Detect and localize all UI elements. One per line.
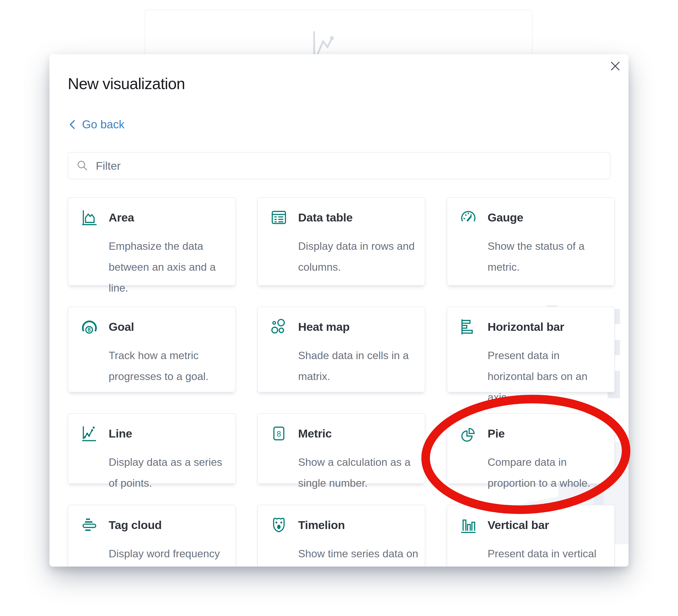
vis-card-timelion[interactable]: Timelion Show time series data on a grap…	[257, 505, 425, 567]
go-back-link[interactable]: Go back	[68, 118, 124, 131]
vis-card-title: Timelion	[298, 518, 345, 532]
vis-card-description: Show the status of a metric.	[488, 236, 609, 278]
vis-card-description: Present data in horizontal bars on an ax…	[488, 345, 609, 408]
vis-card-goal[interactable]: Goal Track how a metric progresses to a …	[68, 307, 236, 392]
vis-card-description: Show a calculation as a single number.	[298, 452, 419, 494]
vis-card-data-table[interactable]: Data table Display data in rows and colu…	[257, 197, 425, 286]
horizontal-bar-icon	[459, 318, 477, 336]
vis-card-description: Show time series data on a graph.	[298, 543, 419, 567]
vis-card-line[interactable]: Line Display data as a series of points.	[68, 413, 236, 484]
vis-card-description: Emphasize the data between an axis and a…	[109, 236, 230, 299]
vis-card-description: Display data as a series of points.	[109, 452, 230, 494]
chevron-left-icon	[68, 120, 76, 129]
vis-card-pie[interactable]: Pie Compare data in proportion to a whol…	[447, 413, 615, 484]
vertical-bar-icon	[459, 516, 477, 534]
vis-card-title: Gauge	[488, 211, 523, 224]
vis-card-description: Compare data in proportion to a whole.	[488, 452, 609, 494]
search-icon	[76, 159, 89, 172]
pie-chart-icon	[459, 425, 477, 442]
close-icon	[610, 61, 621, 72]
vis-card-title: Metric	[298, 427, 332, 440]
vis-card-title: Tag cloud	[109, 518, 162, 532]
heat-map-icon	[270, 318, 288, 336]
line-chart-icon	[81, 425, 98, 442]
vis-card-description: Shade data in cells in a matrix.	[298, 345, 419, 387]
vis-card-title: Area	[109, 211, 134, 224]
modal-title: New visualization	[68, 75, 185, 93]
vis-card-horizontal-bar[interactable]: Horizontal bar Present data in horizonta…	[447, 307, 615, 392]
vis-card-title: Goal	[109, 320, 134, 334]
vis-card-title: Line	[109, 427, 132, 440]
vis-card-description: Display word frequency with font size.	[109, 543, 230, 567]
filter-field	[68, 152, 610, 179]
new-visualization-modal: New visualization Go back Area Emphasize…	[49, 54, 629, 567]
vis-card-vertical-bar[interactable]: Vertical bar Present data in vertical ba…	[447, 505, 615, 567]
tag-cloud-icon	[81, 516, 98, 534]
vis-card-title: Data table	[298, 211, 352, 224]
vis-card-description: Present data in vertical bars on an axis…	[488, 543, 609, 567]
vis-card-title: Heat map	[298, 320, 350, 334]
timelion-icon	[270, 516, 288, 534]
metric-icon	[270, 425, 288, 442]
vis-card-tag-cloud[interactable]: Tag cloud Display word frequency with fo…	[68, 505, 236, 567]
vis-card-gauge[interactable]: Gauge Show the status of a metric.	[447, 197, 615, 286]
vis-card-title: Horizontal bar	[488, 320, 564, 334]
vis-card-description: Display data in rows and columns.	[298, 236, 419, 278]
data-table-icon	[270, 209, 288, 226]
gauge-icon	[459, 209, 477, 226]
goal-icon	[81, 318, 98, 336]
vis-type-grid: Area Emphasize the data between an axis …	[68, 197, 615, 567]
close-button[interactable]	[609, 60, 622, 73]
vis-card-description: Track how a metric progresses to a goal.	[109, 345, 230, 387]
vis-card-heat-map[interactable]: Heat map Shade data in cells in a matrix…	[257, 307, 425, 392]
vis-card-area[interactable]: Area Emphasize the data between an axis …	[68, 197, 236, 286]
vis-card-title: Vertical bar	[488, 518, 549, 532]
area-chart-icon	[81, 209, 98, 226]
filter-input[interactable]	[95, 159, 610, 172]
vis-card-metric[interactable]: Metric Show a calculation as a single nu…	[257, 413, 425, 484]
go-back-label: Go back	[82, 118, 124, 131]
vis-card-title: Pie	[488, 427, 505, 440]
